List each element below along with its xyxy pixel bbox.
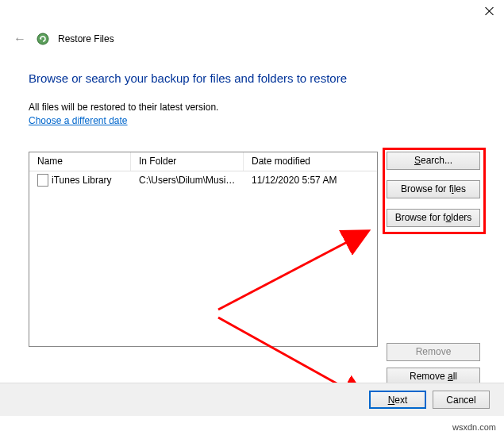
cell-folder: C:\Users\Dilum\Music... <box>131 173 244 187</box>
table-body: iTunes Library C:\Users\Dilum\Music... 1… <box>29 171 377 189</box>
footer-buttons: Next Cancel <box>369 391 490 409</box>
window-title: Restore Files <box>58 33 114 44</box>
subtitle: All files will be restored to their late… <box>29 102 218 113</box>
table-header: Name In Folder Date modified <box>29 152 377 171</box>
search-button-rest: earch... <box>421 155 452 166</box>
next-button[interactable]: Next <box>369 391 426 409</box>
cancel-button[interactable]: Cancel <box>433 391 490 409</box>
remove-button: Remove <box>387 343 480 361</box>
choose-date-link[interactable]: Choose a different date <box>29 115 128 126</box>
cell-date: 11/12/2020 5:57 AM <box>244 173 377 187</box>
cell-name: iTunes Library <box>52 175 112 186</box>
column-header-date[interactable]: Date modified <box>244 152 377 171</box>
browse-files-button[interactable]: Browse for files <box>387 180 480 198</box>
side-button-group: Search... Browse for files Browse for fo… <box>387 152 482 396</box>
restore-files-icon <box>36 32 50 46</box>
table-row[interactable]: iTunes Library C:\Users\Dilum\Music... 1… <box>29 171 377 189</box>
close-icon[interactable] <box>485 6 494 16</box>
search-button[interactable]: Search... <box>387 152 480 170</box>
file-list-table: Name In Folder Date modified iTunes Libr… <box>29 152 378 347</box>
footer: Next Cancel <box>0 383 504 416</box>
svg-point-0 <box>37 33 48 44</box>
back-arrow-icon[interactable]: ← <box>12 32 28 46</box>
file-icon <box>37 174 48 187</box>
watermark: wsxdn.com <box>452 422 496 432</box>
column-header-folder[interactable]: In Folder <box>131 152 244 171</box>
column-header-name[interactable]: Name <box>29 152 131 171</box>
titlebar <box>0 0 504 24</box>
header: ← Restore Files <box>12 32 114 46</box>
browse-folders-button[interactable]: Browse for folders <box>387 209 480 227</box>
page-title: Browse or search your backup for files a… <box>29 71 347 85</box>
